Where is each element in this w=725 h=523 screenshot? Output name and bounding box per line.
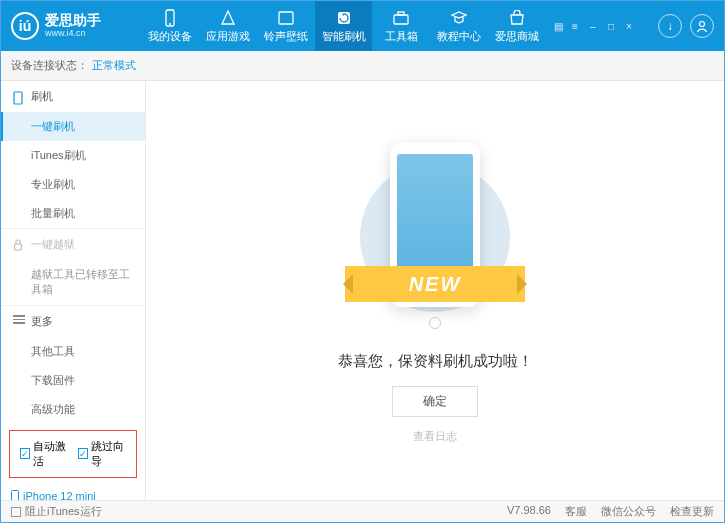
- store-icon: [508, 9, 526, 27]
- success-illustration: NEW: [350, 137, 520, 337]
- checkbox-skip-guide[interactable]: ✓跳过向导: [78, 439, 126, 469]
- wechat-link[interactable]: 微信公众号: [601, 504, 656, 519]
- tab-apps[interactable]: 应用游戏: [199, 1, 257, 51]
- logo-icon: iú: [11, 12, 39, 40]
- sidebar: 刷机 一键刷机 iTunes刷机 专业刷机 批量刷机 一键越狱 越狱工具已转移至…: [1, 81, 146, 500]
- svg-point-1: [169, 23, 171, 25]
- user-button[interactable]: [690, 14, 714, 38]
- checkbox-block-itunes[interactable]: 阻止iTunes运行: [11, 504, 102, 519]
- settings-icon[interactable]: ≡: [572, 21, 582, 31]
- lock-icon: [13, 239, 25, 251]
- tab-toolbox[interactable]: 工具箱: [372, 1, 430, 51]
- update-link[interactable]: 检查更新: [670, 504, 714, 519]
- app-name: 爱思助手: [45, 13, 101, 28]
- sidebar-section-flash[interactable]: 刷机: [1, 81, 145, 112]
- sidebar-item-pro[interactable]: 专业刷机: [1, 170, 145, 199]
- toolbox-icon: [392, 9, 410, 27]
- support-link[interactable]: 客服: [565, 504, 587, 519]
- view-log-link[interactable]: 查看日志: [413, 429, 457, 444]
- app-url: www.i4.cn: [45, 29, 101, 39]
- tab-my-device[interactable]: 我的设备: [141, 1, 199, 51]
- sidebar-item-other[interactable]: 其他工具: [1, 337, 145, 366]
- nav-tabs: 我的设备 应用游戏 铃声壁纸 智能刷机 工具箱 教程中心 爱思商城: [141, 1, 546, 51]
- sidebar-item-advanced[interactable]: 高级功能: [1, 395, 145, 424]
- menu-icon[interactable]: ▤: [554, 21, 564, 31]
- jailbreak-note: 越狱工具已转移至工具箱: [1, 260, 145, 305]
- flash-icon: [335, 9, 353, 27]
- sidebar-section-jailbreak[interactable]: 一键越狱: [1, 229, 145, 260]
- window-controls: ▤ ≡ – □ × ↓: [554, 14, 714, 38]
- ok-button[interactable]: 确定: [392, 386, 478, 417]
- svg-rect-5: [398, 12, 404, 15]
- status-label: 设备连接状态：: [11, 58, 88, 73]
- download-button[interactable]: ↓: [658, 14, 682, 38]
- sidebar-item-batch[interactable]: 批量刷机: [1, 199, 145, 228]
- tab-ringtones[interactable]: 铃声壁纸: [257, 1, 315, 51]
- footer: 阻止iTunes运行 V7.98.66 客服 微信公众号 检查更新: [1, 500, 724, 522]
- new-banner: NEW: [345, 266, 525, 302]
- close-icon[interactable]: ×: [626, 21, 636, 31]
- tab-tutorials[interactable]: 教程中心: [430, 1, 488, 51]
- checkbox-auto-activate[interactable]: ✓自动激活: [20, 439, 68, 469]
- options-row: ✓自动激活 ✓跳过向导: [9, 430, 137, 478]
- wallpaper-icon: [277, 9, 295, 27]
- hamburger-icon: [13, 315, 25, 327]
- tutorial-icon: [450, 9, 468, 27]
- status-bar: 设备连接状态： 正常模式: [1, 51, 724, 81]
- svg-rect-2: [279, 12, 293, 24]
- phone-icon: [13, 91, 25, 103]
- sidebar-item-oneclick[interactable]: 一键刷机: [1, 112, 145, 141]
- svg-point-6: [700, 22, 705, 27]
- titlebar: iú 爱思助手 www.i4.cn 我的设备 应用游戏 铃声壁纸 智能刷机 工具…: [1, 1, 724, 51]
- maximize-icon[interactable]: □: [608, 21, 618, 31]
- minimize-icon[interactable]: –: [590, 21, 600, 31]
- tab-flash[interactable]: 智能刷机: [315, 1, 373, 51]
- sidebar-item-firmware[interactable]: 下载固件: [1, 366, 145, 395]
- sidebar-section-more[interactable]: 更多: [1, 306, 145, 337]
- svg-rect-4: [394, 15, 408, 24]
- sidebar-item-itunes[interactable]: iTunes刷机: [1, 141, 145, 170]
- version-label: V7.98.66: [507, 504, 551, 519]
- apps-icon: [219, 9, 237, 27]
- logo: iú 爱思助手 www.i4.cn: [11, 12, 141, 40]
- phone-icon: [161, 9, 179, 27]
- svg-rect-7: [14, 92, 22, 104]
- tab-store[interactable]: 爱思商城: [488, 1, 546, 51]
- success-message: 恭喜您，保资料刷机成功啦！: [338, 352, 533, 371]
- main-content: NEW 恭喜您，保资料刷机成功啦！ 确定 查看日志: [146, 81, 724, 500]
- svg-rect-8: [15, 244, 22, 250]
- status-value: 正常模式: [92, 58, 136, 73]
